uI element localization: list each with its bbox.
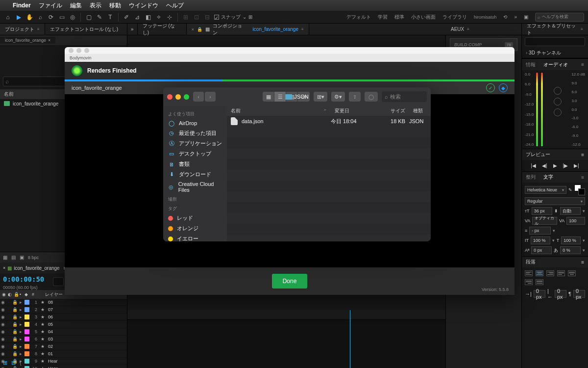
menu-window[interactable]: ウインドウ bbox=[129, 1, 158, 10]
stroke-width-input[interactable]: - px bbox=[529, 227, 551, 235]
type-tool-icon[interactable]: T bbox=[106, 13, 114, 21]
panel-menu-icon[interactable]: ≡ bbox=[577, 175, 588, 180]
sidebar-item-apps[interactable]: Ⓐアプリケーション bbox=[163, 138, 227, 149]
close-window-icon[interactable] bbox=[167, 94, 172, 100]
help-search[interactable]: ⌕ヘルプを検索 bbox=[535, 13, 584, 22]
workspace-menu-icon[interactable]: » bbox=[514, 14, 517, 20]
sync-icon[interactable]: ⟲ bbox=[503, 14, 507, 20]
indent-input[interactable]: 0 px bbox=[534, 290, 545, 298]
tab-effect-controls[interactable]: エフェクトコントロール (なし) bbox=[45, 24, 127, 35]
visibility-icon[interactable]: ◉ bbox=[0, 344, 6, 349]
layer-name[interactable]: 02 bbox=[46, 344, 127, 349]
layer-row[interactable]: ◉🔒▸3★06 bbox=[0, 314, 127, 321]
justify-all-icon[interactable] bbox=[536, 279, 543, 285]
sort-asc-icon[interactable]: ⌃ bbox=[323, 108, 327, 114]
workspace-default[interactable]: デフォルト bbox=[346, 14, 371, 21]
label-color[interactable] bbox=[24, 337, 29, 342]
chevron-down-icon[interactable]: ▾ bbox=[552, 238, 555, 243]
menu-app[interactable]: Finder bbox=[13, 2, 31, 9]
orbit-tool-icon[interactable]: ⟳ bbox=[47, 13, 55, 21]
panel-menu-icon[interactable]: ▣ bbox=[524, 14, 528, 20]
visibility-icon[interactable]: ◉ bbox=[0, 315, 6, 319]
menu-file[interactable]: ファイル bbox=[39, 1, 62, 10]
label-color[interactable] bbox=[24, 300, 29, 305]
shy-column-icon[interactable]: • bbox=[18, 292, 23, 297]
layer-name[interactable]: 07 bbox=[46, 307, 127, 312]
zoom-tool-icon[interactable]: ⌕ bbox=[36, 13, 44, 21]
layer-name[interactable]: 05 bbox=[46, 322, 127, 327]
local-axis-icon[interactable]: ⊞ bbox=[182, 13, 190, 21]
eye-column-icon[interactable]: ◉ bbox=[0, 292, 6, 297]
layer-row[interactable]: ◉🔒▸6★03 bbox=[0, 336, 127, 343]
font-size-input[interactable]: 36 px bbox=[532, 207, 552, 215]
toggle-switches-icon[interactable]: ⊞ bbox=[3, 360, 7, 366]
visibility-icon[interactable]: ◉ bbox=[0, 366, 6, 368]
lock-icon[interactable]: 🔒 bbox=[12, 366, 18, 368]
pen-tool-icon[interactable]: ✎ bbox=[96, 13, 103, 21]
tag-item[interactable]: レッド bbox=[163, 213, 227, 223]
roto-tool-icon[interactable]: ✧ bbox=[155, 13, 163, 21]
bpc-toggle[interactable]: 8 bpc bbox=[28, 255, 39, 260]
fill-stroke-swatch[interactable] bbox=[574, 184, 585, 195]
first-frame-icon[interactable]: |◀ bbox=[531, 163, 536, 168]
font-weight-select[interactable]: Regular▾ bbox=[525, 197, 585, 205]
tag-item[interactable]: オレンジ bbox=[163, 223, 227, 234]
sidebar-item-desktop[interactable]: ▭デスクトップ bbox=[163, 149, 227, 159]
lock-icon[interactable]: 🔒 bbox=[12, 337, 18, 342]
chevron-down-icon[interactable]: ▾ bbox=[583, 209, 585, 213]
baseline-input[interactable]: 0 px bbox=[531, 246, 552, 254]
shy-star-icon[interactable]: ★ bbox=[39, 300, 46, 305]
expand-icon[interactable]: ▸ bbox=[18, 300, 24, 305]
sidebar-item-docs[interactable]: 🗎書類 bbox=[163, 159, 227, 169]
visibility-icon[interactable]: ◉ bbox=[0, 300, 6, 305]
world-axis-icon[interactable]: ⊡ bbox=[193, 13, 200, 21]
expand-icon[interactable]: ▸ bbox=[18, 337, 24, 342]
prev-frame-icon[interactable]: ◀| bbox=[542, 163, 547, 168]
expand-icon[interactable]: ▸ bbox=[18, 322, 24, 327]
tab-project[interactable]: プロジェクト≡ bbox=[0, 24, 45, 35]
time-ruler[interactable] bbox=[127, 310, 445, 320]
next-frame-icon[interactable]: |▶ bbox=[563, 163, 568, 168]
workspace-small[interactable]: 小さい画面 bbox=[411, 14, 436, 21]
timecode[interactable]: 0:00:00:50 bbox=[0, 273, 47, 285]
layer-name[interactable]: 03 bbox=[46, 337, 127, 342]
view-axis-icon[interactable]: ⊟ bbox=[203, 13, 211, 21]
layer-row[interactable]: ◉🔒▸4★05 bbox=[0, 321, 127, 328]
font-family-select[interactable]: Helvetica Neue▾ bbox=[525, 186, 566, 194]
first-line-input[interactable]: 0 px bbox=[573, 290, 585, 298]
expand-icon[interactable]: ▸ bbox=[18, 329, 24, 334]
timeline-search[interactable] bbox=[53, 277, 64, 286]
menu-go[interactable]: 移動 bbox=[109, 1, 121, 10]
finder-search[interactable]: ⌕検索 bbox=[382, 91, 427, 102]
close-icon[interactable]: × bbox=[192, 27, 194, 32]
panel-menu-icon[interactable]: ≡ bbox=[581, 62, 584, 67]
chevron-down-icon[interactable]: ▾ bbox=[583, 248, 585, 253]
layer-name[interactable]: 06 bbox=[46, 315, 127, 319]
visibility-icon[interactable]: ◉ bbox=[0, 322, 6, 327]
hscale-input[interactable]: 100 % bbox=[561, 237, 581, 244]
expand-icon[interactable]: ▸ bbox=[18, 344, 24, 349]
eyedropper-icon[interactable]: ✎ bbox=[568, 187, 572, 192]
layer-row[interactable]: ◉🔒▸2★07 bbox=[0, 306, 127, 314]
label-color[interactable] bbox=[24, 322, 29, 327]
timeline-tracks[interactable] bbox=[127, 310, 445, 368]
panel-menu-icon[interactable]: ≡ bbox=[301, 27, 304, 31]
tab-aeux[interactable]: AEUX≡ bbox=[446, 24, 522, 35]
justify-left-icon[interactable] bbox=[557, 270, 565, 276]
expand-icon[interactable]: ▸ bbox=[18, 315, 24, 319]
back-button[interactable]: ‹ bbox=[193, 92, 204, 102]
chevron-down-icon[interactable]: ▾ bbox=[583, 238, 585, 243]
sidebar-item-airdrop[interactable]: ◯AirDrop bbox=[163, 118, 227, 128]
toggle-modes-icon[interactable]: ⊟ bbox=[11, 360, 16, 366]
panel-menu-icon[interactable]: ≡ bbox=[581, 27, 583, 31]
lock-column-icon[interactable]: 🔒 bbox=[12, 292, 18, 297]
workspace-library[interactable]: ライブラリ bbox=[442, 14, 467, 21]
tab-composition[interactable]: ×🔒▦コンポジション icon_favorite_orange≡ bbox=[187, 24, 309, 35]
new-comp-icon[interactable]: ▣ bbox=[20, 255, 24, 260]
shy-star-icon[interactable]: ★ bbox=[39, 307, 46, 312]
level-knob[interactable] bbox=[554, 87, 562, 95]
layer-name[interactable]: 01 bbox=[46, 351, 127, 356]
layer-name[interactable]: 04 bbox=[46, 329, 127, 334]
eraser-tool-icon[interactable]: ◧ bbox=[144, 13, 152, 21]
panel-menu-icon[interactable]: ≡ bbox=[581, 260, 584, 265]
